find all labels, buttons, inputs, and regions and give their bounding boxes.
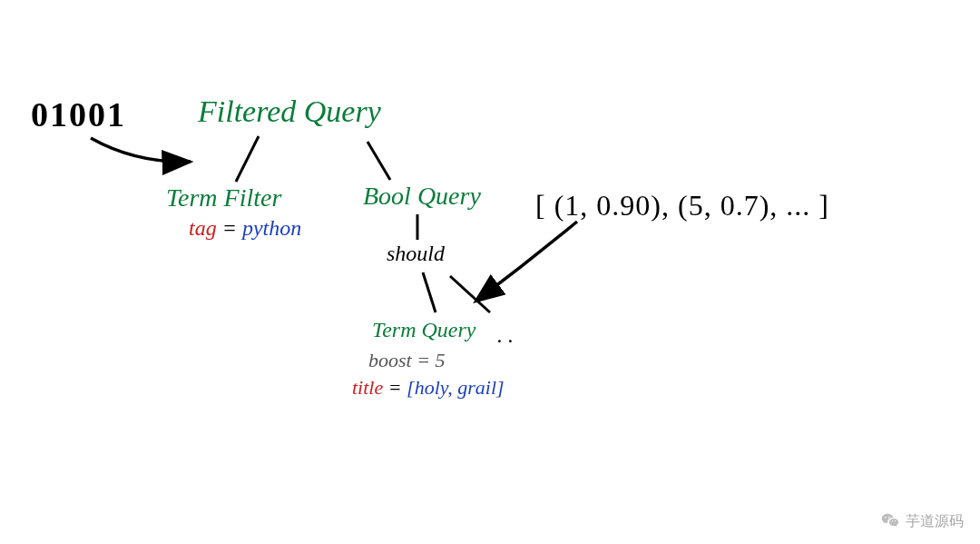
title-value: [holy, grail] bbox=[407, 376, 505, 399]
watermark-text: 芋道源码 bbox=[906, 512, 964, 531]
filtered-query-node: Filtered Query bbox=[198, 94, 381, 129]
boost-value: 5 bbox=[436, 349, 446, 371]
boost-key: boost bbox=[368, 349, 412, 371]
term-filter-key: tag bbox=[189, 216, 217, 240]
results-output: [ (1, 0.90), (5, 0.7), ... ] bbox=[535, 189, 829, 223]
watermark: 芋道源码 bbox=[880, 511, 964, 531]
should-node: should bbox=[387, 242, 445, 266]
term-query-ellipsis: . . bbox=[497, 323, 514, 348]
term-filter-eq: = bbox=[217, 216, 242, 240]
term-query-title: title = [holy, grail] bbox=[352, 376, 505, 400]
term-filter-node: Term Filter bbox=[166, 183, 281, 213]
term-filter-kv: tag = python bbox=[189, 216, 301, 241]
term-query-boost: boost = 5 bbox=[368, 349, 446, 372]
connectors bbox=[0, 0, 980, 544]
boost-eq: = bbox=[412, 349, 436, 371]
term-query-node: Term Query bbox=[372, 318, 475, 342]
title-key: title bbox=[352, 376, 383, 399]
bool-query-node: Bool Query bbox=[363, 182, 481, 211]
wechat-icon bbox=[880, 511, 900, 531]
input-bits: 01001 bbox=[31, 94, 126, 134]
title-eq: = bbox=[383, 376, 407, 399]
term-filter-value: python bbox=[242, 216, 301, 240]
